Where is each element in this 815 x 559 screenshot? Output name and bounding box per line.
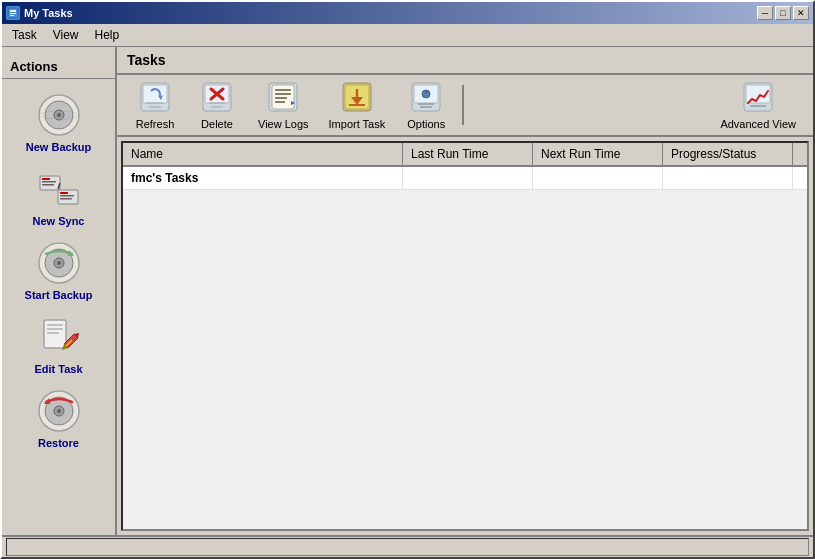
- restore-icon: [35, 387, 83, 435]
- view-logs-button[interactable]: View Logs: [249, 79, 318, 131]
- new-backup-label: New Backup: [26, 141, 91, 153]
- svg-rect-51: [425, 90, 427, 93]
- row-next-run: [533, 167, 663, 189]
- maximize-button[interactable]: □: [775, 6, 791, 20]
- toolbar: Refresh Delete: [117, 75, 813, 137]
- toolbar-separator: [462, 85, 464, 125]
- col-status: Progress/Status: [663, 143, 793, 165]
- title-bar: My Tasks ─ □ ✕: [2, 2, 813, 24]
- svg-rect-44: [275, 101, 285, 103]
- minimize-button[interactable]: ─: [757, 6, 773, 20]
- close-button[interactable]: ✕: [793, 6, 809, 20]
- row-status: [663, 167, 793, 189]
- view-logs-label: View Logs: [258, 118, 309, 130]
- svg-rect-11: [42, 181, 56, 183]
- svg-rect-3: [10, 15, 14, 16]
- sidebar-header: Actions: [10, 59, 58, 74]
- advanced-view-icon: [742, 81, 774, 116]
- table-row[interactable]: fmc's Tasks: [123, 167, 807, 190]
- refresh-button[interactable]: Refresh: [125, 79, 185, 131]
- import-task-button[interactable]: Import Task: [320, 79, 395, 131]
- options-label: Options: [407, 118, 445, 130]
- start-backup-icon: [35, 239, 83, 287]
- col-next-run: Next Run Time: [533, 143, 663, 165]
- sidebar-item-restore[interactable]: Restore: [14, 383, 104, 453]
- status-field: [6, 538, 809, 556]
- table-body: fmc's Tasks: [123, 167, 807, 190]
- title-bar-left: My Tasks: [6, 6, 73, 20]
- row-last-run: [403, 167, 533, 189]
- sidebar-item-new-backup[interactable]: New Backup: [14, 87, 104, 157]
- import-task-icon: [341, 81, 373, 116]
- new-sync-icon: [35, 165, 83, 213]
- menu-help[interactable]: Help: [88, 26, 125, 44]
- tasks-panel: Tasks Refre: [117, 47, 813, 535]
- svg-rect-33: [143, 85, 167, 103]
- svg-point-30: [57, 409, 61, 413]
- sidebar-item-new-sync[interactable]: New Sync: [14, 161, 104, 231]
- edit-task-icon: [35, 313, 83, 361]
- svg-point-20: [57, 261, 61, 265]
- new-sync-label: New Sync: [33, 215, 85, 227]
- refresh-icon: [139, 81, 171, 116]
- advanced-view-label: Advanced View: [720, 118, 796, 130]
- svg-rect-43: [275, 97, 287, 99]
- title-bar-buttons: ─ □ ✕: [757, 6, 809, 20]
- svg-rect-12: [42, 184, 54, 186]
- svg-rect-2: [10, 13, 16, 14]
- svg-rect-16: [60, 198, 72, 200]
- svg-rect-24: [47, 328, 63, 330]
- new-backup-icon: [35, 91, 83, 139]
- import-task-label: Import Task: [329, 118, 386, 130]
- edit-task-label: Edit Task: [34, 363, 82, 375]
- delete-label: Delete: [201, 118, 233, 130]
- svg-point-7: [57, 113, 61, 117]
- col-name: Name: [123, 143, 403, 165]
- restore-label: Restore: [38, 437, 79, 449]
- options-icon: [410, 81, 442, 116]
- tasks-table: Name Last Run Time Next Run Time Progres…: [121, 141, 809, 531]
- svg-rect-23: [47, 324, 63, 326]
- row-name: fmc's Tasks: [123, 167, 403, 189]
- menu-view[interactable]: View: [47, 26, 85, 44]
- col-last-run: Last Run Time: [403, 143, 533, 165]
- tasks-panel-header: Tasks: [127, 52, 166, 68]
- start-backup-label: Start Backup: [25, 289, 93, 301]
- options-button[interactable]: Options: [396, 79, 456, 131]
- sidebar-item-edit-task[interactable]: Edit Task: [14, 309, 104, 379]
- svg-rect-14: [60, 192, 68, 194]
- svg-rect-53: [420, 106, 432, 108]
- svg-rect-42: [275, 93, 291, 95]
- svg-rect-52: [418, 103, 434, 105]
- refresh-label: Refresh: [136, 118, 175, 130]
- main-window: My Tasks ─ □ ✕ Task View Help Actions: [0, 0, 815, 559]
- advanced-view-button[interactable]: Advanced View: [711, 79, 805, 131]
- svg-rect-25: [47, 332, 59, 334]
- sidebar: Actions New Backup: [2, 47, 117, 535]
- delete-icon: [201, 81, 233, 116]
- menu-task[interactable]: Task: [6, 26, 43, 44]
- svg-rect-41: [275, 89, 291, 91]
- sidebar-item-start-backup[interactable]: Start Backup: [14, 235, 104, 305]
- svg-rect-15: [60, 195, 74, 197]
- svg-rect-10: [42, 178, 50, 180]
- table-header: Name Last Run Time Next Run Time Progres…: [123, 143, 807, 167]
- view-logs-icon: [267, 81, 299, 116]
- menu-bar: Task View Help: [2, 24, 813, 47]
- app-icon: [6, 6, 20, 20]
- main-content: Actions New Backup: [2, 47, 813, 535]
- window-title: My Tasks: [24, 7, 73, 19]
- svg-rect-56: [750, 105, 766, 107]
- svg-rect-1: [10, 10, 16, 12]
- status-bar: [2, 535, 813, 557]
- delete-button[interactable]: Delete: [187, 79, 247, 131]
